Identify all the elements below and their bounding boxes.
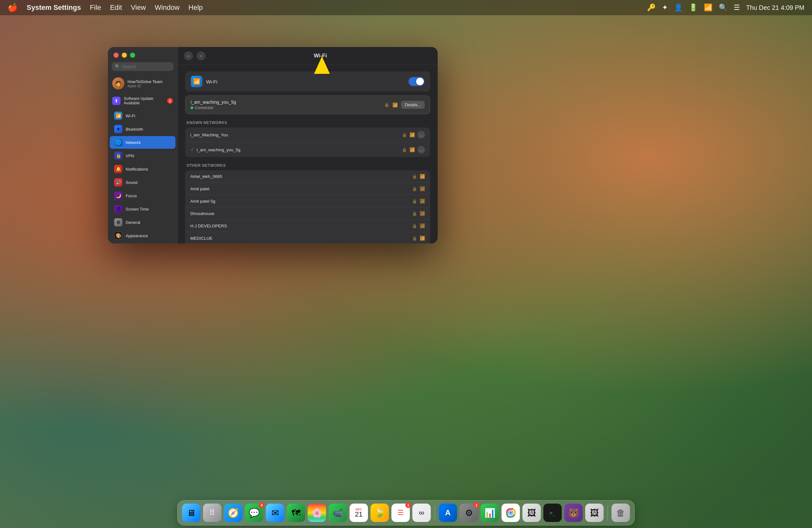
appstore-icon: A — [445, 508, 450, 517]
chrome-icon — [506, 508, 516, 518]
dock-icon-calendar[interactable]: DEC 21 — [350, 503, 368, 522]
network-actions: 🔒 📶 — [412, 186, 425, 191]
dock-icon-appstore[interactable]: A — [439, 503, 457, 522]
dock-icon-terminal[interactable]: >_ — [543, 503, 562, 522]
general-icon: ⚙ — [114, 218, 122, 226]
dock-icon-launchpad[interactable]: ⠿ — [203, 503, 221, 522]
network-name: Amit patel 5g — [190, 199, 215, 204]
system-settings-window: 🔍 🧑 HowToiSolve Team Apple ID ⬆ Software… — [108, 47, 438, 244]
wifi-big-icon: 📶 — [191, 76, 202, 87]
dock-icon-photos[interactable]: 🌸 — [308, 503, 326, 522]
list-item[interactable]: Amit patel 5g 🔒 📶 — [185, 195, 430, 207]
appearance-icon: 🎨 — [114, 232, 122, 240]
menubar-file[interactable]: File — [90, 3, 101, 12]
profile-name: HowToiSolve Team — [128, 79, 162, 84]
profile-row[interactable]: 🧑 HowToiSolve Team Apple ID — [108, 75, 177, 92]
wifi-toggle[interactable] — [408, 77, 424, 86]
connected-network-row[interactable]: i_am_waching_you_5g Connected 🔒 📶 Detail… — [185, 96, 430, 114]
dock-icon-safari[interactable]: 🧭 — [224, 503, 242, 522]
sidebar-item-accessibility[interactable]: ♿ Accessibility — [110, 243, 175, 244]
update-icon: ⬆ — [112, 97, 120, 105]
bluetooth-icon[interactable]: ✦ — [662, 3, 668, 12]
dock-icon-freeform[interactable]: ∞ — [412, 503, 431, 522]
dock-icon-messages[interactable]: 💬 4 — [245, 503, 263, 522]
sidebar-item-wifi[interactable]: 📶 Wi-Fi — [110, 109, 175, 122]
wifi-menu-icon[interactable]: 📶 — [704, 3, 712, 12]
maximize-button[interactable] — [130, 53, 135, 58]
menubar-window[interactable]: Window — [155, 3, 179, 12]
dock-icon-reminders[interactable]: ☰ 1 — [391, 503, 410, 522]
list-item[interactable]: Airtel_lekh_0665 🔒 📶 — [185, 170, 430, 183]
details-button[interactable]: Details... — [401, 101, 425, 109]
sidebar-item-vpn[interactable]: 🔒 VPN — [110, 149, 175, 162]
lock-icon: 🔒 — [412, 174, 417, 179]
photos2-icon: 🖼 — [590, 508, 599, 518]
network-name: H.J DEVELOPERS — [190, 223, 227, 228]
close-button[interactable] — [114, 53, 119, 58]
list-item[interactable]: Dhosahouse 🔒 📶 — [185, 207, 430, 220]
more-button[interactable]: … — [417, 131, 425, 138]
wifi-toggle-row: 📶 Wi-Fi — [185, 71, 430, 92]
dock-icon-preview[interactable]: 🖼 — [522, 503, 541, 522]
dock-icon-facetime[interactable]: 📹 — [329, 503, 347, 522]
signal-icon: 📶 — [409, 132, 415, 137]
list-item[interactable]: i_am_Waching_You 🔒 📶 … — [185, 128, 430, 142]
update-badge: 1 — [167, 98, 173, 104]
connected-dot — [191, 106, 193, 109]
dock-icon-notes[interactable]: 🍃 — [371, 503, 389, 522]
other-networks-list: Airtel_lekh_0665 🔒 📶 Amit patel 🔒 📶 — [185, 170, 430, 244]
minimize-button[interactable] — [122, 53, 127, 58]
sidebar-item-notifications[interactable]: 🔔 Notifications — [110, 163, 175, 175]
sidebar-label-focus: Focus — [126, 193, 137, 198]
sidebar-search-field[interactable]: 🔍 — [112, 62, 174, 71]
dock-icon-finder[interactable]: 🖥 — [182, 503, 201, 522]
menubar-view[interactable]: View — [131, 3, 146, 12]
sidebar-item-network[interactable]: 🌐 Network — [110, 136, 175, 149]
sidebar-item-sound[interactable]: 🔊 Sound — [110, 176, 175, 189]
lock-icon: 🔒 — [412, 236, 417, 241]
dock-icon-tunnelbear[interactable]: 🐻 — [564, 503, 583, 522]
user-icon[interactable]: 👤 — [674, 3, 683, 12]
software-update-row[interactable]: ⬆ Software Update Available 1 — [108, 94, 177, 107]
notification-icon[interactable]: ☰ — [734, 3, 740, 12]
dock-icon-settings[interactable]: ⚙ 1 — [460, 503, 478, 522]
forward-button[interactable]: › — [197, 52, 205, 60]
back-button[interactable]: ‹ — [184, 52, 193, 60]
list-item[interactable]: ✓ i_am_waching_you_5g 🔒 📶 … — [185, 142, 430, 157]
dock-icon-photos2[interactable]: 🖼 — [585, 503, 604, 522]
list-item[interactable]: Amit patel 🔒 📶 — [185, 183, 430, 195]
known-networks-header: Known Networks — [185, 120, 430, 125]
sidebar-item-appearance[interactable]: 🎨 Appearance — [110, 229, 175, 242]
passcode-icon[interactable]: 🔑 — [647, 3, 656, 12]
safari-icon: 🧭 — [228, 508, 239, 518]
sidebar-item-focus[interactable]: 🌙 Focus — [110, 189, 175, 202]
menubar-right: 🔑 ✦ 👤 🔋 📶 🔍 ☰ Thu Dec 21 4:09 PM — [647, 3, 804, 12]
dock-icon-chrome[interactable] — [502, 503, 520, 522]
signal-icon: 📶 — [420, 186, 425, 191]
actmon-icon: 📊 — [484, 508, 495, 518]
more-button[interactable]: … — [417, 146, 425, 153]
lock-icon: 🔒 — [412, 199, 417, 204]
menubar-edit[interactable]: Edit — [110, 3, 122, 12]
dock-icon-actmon[interactable]: 📊 — [480, 503, 499, 522]
apple-menu[interactable]: 🍎 — [8, 3, 18, 13]
search-input[interactable] — [122, 64, 170, 69]
search-menu-icon[interactable]: 🔍 — [719, 3, 727, 12]
dock-icon-maps[interactable]: 🗺 — [287, 503, 305, 522]
network-icon: 🌐 — [114, 138, 122, 147]
list-item[interactable]: H.J DEVELOPERS 🔒 📶 — [185, 220, 430, 232]
messages-icon: 💬 — [249, 508, 260, 518]
list-item[interactable]: MEDICLUE 🔒 📶 — [185, 232, 430, 244]
menubar-help[interactable]: Help — [188, 3, 203, 12]
sidebar-item-screentime[interactable]: ⏱ Screen Time — [110, 203, 175, 215]
sidebar-item-bluetooth[interactable]: ✦ Bluetooth — [110, 123, 175, 135]
content-area: 📶 Wi-Fi i_am_waching_you_5g Connected 🔒 … — [178, 65, 438, 244]
menubar-app-name[interactable]: System Settings — [27, 3, 81, 12]
dock: 🖥 ⠿ 🧭 💬 4 ✉ 🗺 🌸 📹 DEC 21 🍃 ☰ 1 ∞ A ⚙ 1 — [177, 500, 635, 526]
facetime-icon: 📹 — [332, 508, 344, 518]
dock-icon-trash[interactable]: 🗑 — [611, 503, 630, 522]
dock-icon-mail[interactable]: ✉ — [266, 503, 284, 522]
lock-icon: 🔒 — [412, 187, 417, 191]
sidebar-item-general[interactable]: ⚙ General — [110, 216, 175, 229]
battery-icon[interactable]: 🔋 — [689, 3, 697, 12]
